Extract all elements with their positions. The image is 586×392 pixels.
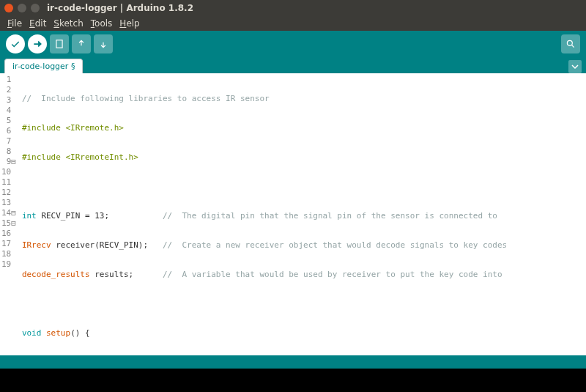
menu-file[interactable]: File (4, 17, 25, 30)
code-editor[interactable]: 1 2 3 4 5 6 7 8 9⊟10 11 12 13 14⊟15⊟16 1… (0, 73, 586, 355)
upload-button[interactable] (28, 34, 47, 53)
svg-point-1 (567, 40, 572, 45)
titlebar: ir-code-logger | Arduino 1.8.2 (0, 0, 586, 16)
save-button[interactable] (94, 34, 113, 53)
menu-help[interactable]: Help (116, 17, 142, 30)
tab-sketch[interactable]: ir-code-logger § (4, 59, 83, 73)
toolbar (0, 31, 586, 57)
tab-menu-button[interactable] (568, 60, 582, 73)
verify-button[interactable] (6, 34, 25, 53)
menubar: File Edit Sketch Tools Help (0, 16, 586, 31)
window-title: ir-code-logger | Arduino 1.8.2 (47, 3, 193, 13)
minimize-icon[interactable] (18, 4, 26, 12)
new-button[interactable] (50, 34, 69, 53)
menu-tools[interactable]: Tools (88, 17, 116, 30)
code-area[interactable]: // Include following libraries to access… (19, 73, 515, 355)
serial-monitor-button[interactable] (561, 34, 580, 53)
menu-sketch[interactable]: Sketch (51, 17, 86, 30)
line-gutter: 1 2 3 4 5 6 7 8 9⊟10 11 12 13 14⊟15⊟16 1… (0, 73, 19, 355)
open-button[interactable] (72, 34, 91, 53)
maximize-icon[interactable] (31, 4, 40, 12)
tabbar: ir-code-logger § (0, 57, 586, 73)
status-strip (0, 355, 586, 369)
close-icon[interactable] (4, 4, 13, 12)
menu-edit[interactable]: Edit (26, 17, 49, 30)
console-output[interactable] (0, 369, 586, 392)
svg-rect-0 (56, 40, 62, 48)
